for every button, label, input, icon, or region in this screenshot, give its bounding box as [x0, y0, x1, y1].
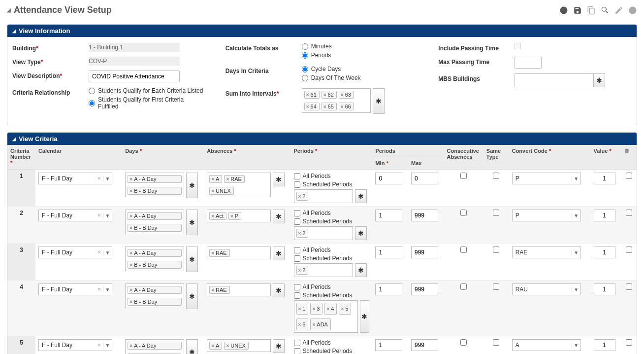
- critrel-first-radio[interactable]: [89, 100, 95, 106]
- period-tag[interactable]: ×5: [339, 303, 351, 315]
- chevron-down-icon[interactable]: ▼: [103, 250, 112, 255]
- scheduled-periods-checkbox[interactable]: [294, 348, 300, 354]
- convertcode-select[interactable]: A▼: [512, 339, 581, 351]
- periods-min-input[interactable]: [375, 210, 402, 221]
- absences-tagbox[interactable]: ×RAE: [207, 283, 271, 296]
- all-periods-checkbox[interactable]: [294, 284, 300, 290]
- absences-tagbox[interactable]: ×A×RAE×UNEX: [207, 173, 271, 197]
- critrel-each-radio[interactable]: [89, 88, 95, 94]
- remove-tag-icon[interactable]: ×: [129, 225, 132, 231]
- day-tag[interactable]: ×B - B Day: [128, 261, 182, 269]
- calendar-select[interactable]: F - Full Day×▼: [38, 339, 112, 351]
- value-input[interactable]: [594, 339, 615, 351]
- interval-tag[interactable]: ×62: [322, 91, 337, 99]
- add-icon[interactable]: [559, 6, 568, 15]
- value-input[interactable]: [594, 173, 615, 184]
- periods-tagbox[interactable]: ×2: [294, 189, 353, 203]
- absence-tag[interactable]: ×RAE: [209, 249, 229, 257]
- days-picker-button[interactable]: ✱: [186, 283, 198, 309]
- period-tag[interactable]: ×1: [296, 303, 309, 315]
- period-tag[interactable]: ×ADA: [310, 319, 330, 330]
- periods-max-input[interactable]: [411, 283, 438, 295]
- remove-tag-icon[interactable]: ×: [226, 177, 229, 182]
- clear-icon[interactable]: ×: [96, 286, 103, 293]
- days-tagbox[interactable]: ×A - A Day×B - B Day: [125, 247, 184, 271]
- consecutive-checkbox[interactable]: [460, 247, 467, 253]
- remove-tag-icon[interactable]: ×: [211, 287, 214, 293]
- remove-tag-icon[interactable]: ×: [230, 213, 233, 219]
- period-tag[interactable]: ×2: [296, 266, 309, 275]
- absence-tag[interactable]: ×RAE: [209, 286, 229, 294]
- remove-tag-icon[interactable]: ×: [129, 213, 132, 219]
- interval-tag[interactable]: ×64: [304, 103, 320, 110]
- remove-tag-icon[interactable]: ×: [129, 343, 132, 349]
- clear-icon[interactable]: ×: [96, 175, 103, 182]
- days-tagbox[interactable]: ×A - A Day×B - B Day: [125, 283, 184, 308]
- day-tag[interactable]: ×B - B Day: [128, 224, 182, 232]
- period-tag[interactable]: ×2: [296, 229, 309, 238]
- absences-picker-button[interactable]: ✱: [273, 283, 285, 297]
- chevron-down-icon[interactable]: ▼: [572, 250, 580, 255]
- viewdesc-field[interactable]: [89, 71, 180, 82]
- day-tag[interactable]: ×A - A Day: [128, 212, 182, 220]
- chevron-down-icon[interactable]: ▼: [572, 176, 580, 181]
- periods-tagbox[interactable]: ×1×3×4×5×6×ADA: [294, 300, 358, 333]
- periods-picker-button[interactable]: ✱: [355, 263, 367, 277]
- sumint-tagbox[interactable]: ×61×62×63×64×65×66: [302, 88, 371, 113]
- calendar-select[interactable]: F - Full Day×▼: [38, 247, 112, 258]
- collapse-caret-icon[interactable]: ◢: [7, 7, 11, 13]
- calctotals-minutes-radio[interactable]: [302, 43, 308, 50]
- sametype-checkbox[interactable]: [493, 283, 499, 290]
- remove-tag-icon[interactable]: ×: [341, 104, 344, 109]
- periods-tagbox[interactable]: ×2: [294, 226, 353, 240]
- copy-icon[interactable]: [587, 6, 596, 15]
- value-input[interactable]: [594, 283, 615, 295]
- remove-tag-icon[interactable]: ×: [306, 92, 309, 98]
- remove-tag-icon[interactable]: ×: [323, 104, 326, 109]
- delete-row-checkbox[interactable]: [626, 173, 632, 179]
- days-picker-button[interactable]: ✱: [186, 247, 198, 272]
- remove-tag-icon[interactable]: ×: [129, 299, 132, 305]
- convertcode-select[interactable]: P▼: [512, 173, 581, 184]
- chevron-down-icon[interactable]: ▼: [572, 213, 580, 218]
- scheduled-periods-checkbox[interactable]: [294, 292, 300, 299]
- remove-tag-icon[interactable]: ×: [211, 177, 214, 182]
- day-tag[interactable]: ×A - A Day: [128, 175, 182, 183]
- absences-picker-button[interactable]: ✱: [273, 173, 285, 186]
- delete-row-checkbox[interactable]: [626, 283, 632, 290]
- delete-row-checkbox[interactable]: [626, 247, 632, 253]
- period-tag[interactable]: ×3: [310, 303, 322, 315]
- interval-tag[interactable]: ×66: [339, 103, 354, 110]
- absence-tag[interactable]: ×P: [228, 212, 241, 220]
- remove-tag-icon[interactable]: ×: [312, 322, 315, 327]
- convertcode-select[interactable]: RAE▼: [512, 247, 581, 258]
- calendar-select[interactable]: F - Full Day×▼: [38, 210, 112, 221]
- periods-tagbox[interactable]: ×2: [294, 263, 353, 277]
- sumint-picker-button[interactable]: ✱: [373, 88, 385, 114]
- edit-icon[interactable]: [614, 6, 623, 15]
- mbs-picker-button[interactable]: ✱: [593, 73, 605, 87]
- remove-tag-icon[interactable]: ×: [341, 92, 344, 98]
- consecutive-checkbox[interactable]: [460, 210, 467, 216]
- delete-row-checkbox[interactable]: [626, 210, 632, 216]
- absence-tag[interactable]: ×Act: [209, 212, 226, 220]
- remove-tag-icon[interactable]: ×: [211, 188, 214, 194]
- sametype-checkbox[interactable]: [493, 247, 499, 253]
- scheduled-periods-checkbox[interactable]: [294, 255, 300, 262]
- period-tag[interactable]: ×6: [296, 319, 309, 330]
- convertcode-select[interactable]: RAU▼: [512, 283, 581, 295]
- day-tag[interactable]: ×A - A Day: [128, 286, 182, 294]
- calendar-select[interactable]: F - Full Day×▼: [38, 283, 112, 295]
- interval-tag[interactable]: ×61: [304, 91, 320, 99]
- consecutive-checkbox[interactable]: [460, 173, 467, 179]
- remove-tag-icon[interactable]: ×: [298, 268, 301, 273]
- daysincrit-dow-radio[interactable]: [302, 75, 308, 81]
- chevron-down-icon[interactable]: ▼: [572, 287, 580, 292]
- absences-tagbox[interactable]: ×Act×P: [207, 210, 271, 222]
- remove-tag-icon[interactable]: ×: [323, 92, 326, 98]
- sametype-checkbox[interactable]: [493, 339, 499, 346]
- absences-picker-button[interactable]: ✱: [273, 210, 285, 223]
- periods-min-input[interactable]: [375, 247, 402, 258]
- remove-tag-icon[interactable]: ×: [298, 194, 301, 199]
- chevron-down-icon[interactable]: ▼: [103, 213, 112, 218]
